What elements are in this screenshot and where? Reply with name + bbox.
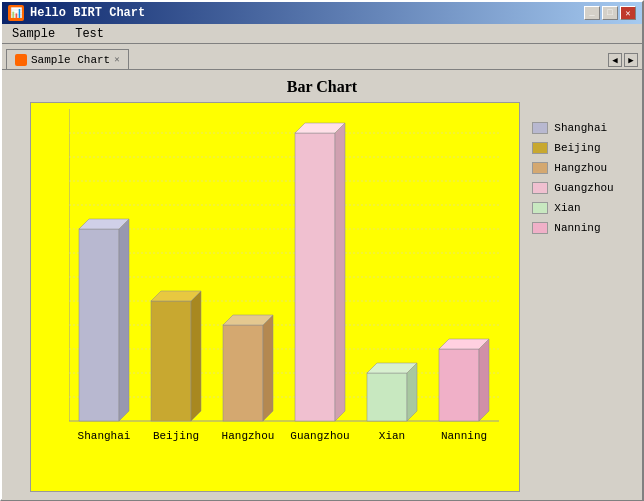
svg-marker-41 (335, 123, 345, 421)
svg-text:Beijing: Beijing (153, 430, 199, 442)
legend: Shanghai Beijing Hangzhou Guangzhou Xian (532, 102, 613, 234)
legend-label-hangzhou: Hangzhou (554, 162, 607, 174)
svg-text:Shanghai: Shanghai (78, 430, 131, 442)
svg-rect-28 (79, 229, 119, 421)
legend-label-xian: Xian (554, 202, 580, 214)
title-bar-left: 📊 Hello BIRT Chart (8, 5, 145, 21)
legend-label-shanghai: Shanghai (554, 122, 607, 134)
minimize-button[interactable]: _ (584, 6, 600, 20)
legend-item-xian: Xian (532, 202, 613, 214)
legend-color-guangzhou (532, 182, 548, 194)
svg-text:Nanning: Nanning (441, 430, 487, 442)
title-buttons: _ □ ✕ (584, 6, 636, 20)
legend-color-xian (532, 202, 548, 214)
svg-marker-29 (119, 219, 129, 421)
tab-bar-left: Sample Chart ✕ (6, 49, 129, 69)
svg-rect-44 (367, 373, 407, 421)
maximize-button[interactable]: □ (602, 6, 618, 20)
svg-rect-40 (295, 133, 335, 421)
chart-container: 13 12 11 10 9 8 7 6 5 4 3 2 1 0 (30, 102, 613, 492)
nav-right-button[interactable]: ▶ (624, 53, 638, 67)
legend-item-shanghai: Shanghai (532, 122, 613, 134)
tab-close-icon[interactable]: ✕ (114, 54, 119, 65)
svg-text:Hangzhou: Hangzhou (222, 430, 275, 442)
svg-text:Xian: Xian (379, 430, 405, 442)
legend-color-nanning (532, 222, 548, 234)
legend-label-beijing: Beijing (554, 142, 600, 154)
svg-marker-37 (263, 315, 273, 421)
chart-title: Bar Chart (287, 78, 357, 96)
svg-marker-33 (191, 291, 201, 421)
app-icon: 📊 (8, 5, 24, 21)
window-title: Hello BIRT Chart (30, 6, 145, 20)
tab-chart-icon (15, 54, 27, 66)
legend-color-shanghai (532, 122, 548, 134)
legend-item-beijing: Beijing (532, 142, 613, 154)
content-area: Bar Chart (2, 70, 642, 500)
main-window: 📊 Hello BIRT Chart _ □ ✕ Sample Test Sam… (0, 0, 644, 501)
svg-rect-48 (439, 349, 479, 421)
tab-bar-right: ◀ ▶ (608, 53, 638, 69)
svg-rect-36 (223, 325, 263, 421)
svg-text:Guangzhou: Guangzhou (291, 430, 350, 442)
tab-bar: Sample Chart ✕ ◀ ▶ (2, 44, 642, 70)
legend-item-hangzhou: Hangzhou (532, 162, 613, 174)
nav-left-button[interactable]: ◀ (608, 53, 622, 67)
legend-color-hangzhou (532, 162, 548, 174)
chart-area: 13 12 11 10 9 8 7 6 5 4 3 2 1 0 (30, 102, 520, 492)
close-button[interactable]: ✕ (620, 6, 636, 20)
svg-rect-32 (151, 301, 191, 421)
menu-bar: Sample Test (2, 24, 642, 44)
tab-label: Sample Chart (31, 54, 110, 66)
tab-sample-chart[interactable]: Sample Chart ✕ (6, 49, 129, 69)
title-bar: 📊 Hello BIRT Chart _ □ ✕ (2, 2, 642, 24)
legend-item-guangzhou: Guangzhou (532, 182, 613, 194)
svg-marker-49 (479, 339, 489, 421)
legend-color-beijing (532, 142, 548, 154)
legend-item-nanning: Nanning (532, 222, 613, 234)
legend-label-guangzhou: Guangzhou (554, 182, 613, 194)
menu-test[interactable]: Test (69, 26, 110, 42)
legend-label-nanning: Nanning (554, 222, 600, 234)
bar-chart-svg: 13 12 11 10 9 8 7 6 5 4 3 2 1 0 (69, 109, 509, 449)
menu-sample[interactable]: Sample (6, 26, 61, 42)
